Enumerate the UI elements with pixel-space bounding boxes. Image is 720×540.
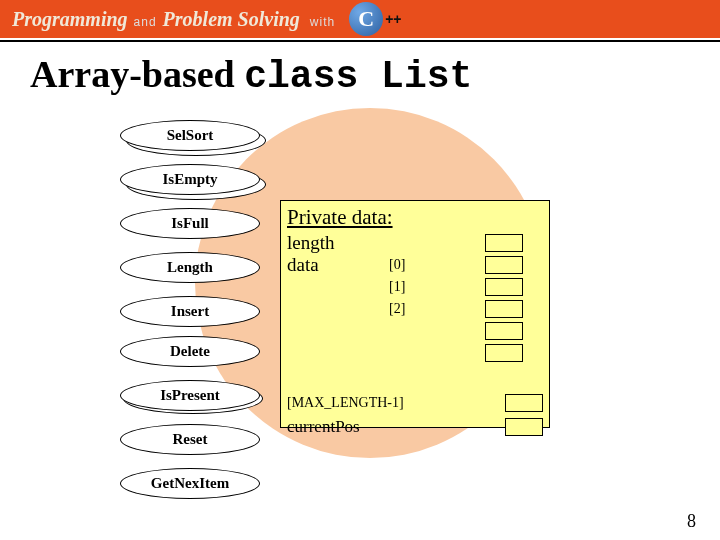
private-data-label: data xyxy=(287,254,365,276)
gap xyxy=(281,364,549,392)
private-data-row-0: data [0] xyxy=(281,254,549,276)
private-data-row-4 xyxy=(281,342,549,364)
slide-title: Array-based class List xyxy=(0,42,720,98)
private-heading: Private data: xyxy=(281,201,549,232)
data-cell-2 xyxy=(485,300,523,318)
private-data-row-1: [1] xyxy=(281,276,549,298)
private-max-label: [MAX_LENGTH-1] xyxy=(287,395,477,411)
cpp-plus: ++ xyxy=(385,11,401,27)
cpp-c-icon: C xyxy=(349,2,383,36)
method-label: Delete xyxy=(120,336,260,367)
data-cell-3 xyxy=(485,322,523,340)
private-max-row: [MAX_LENGTH-1] xyxy=(281,392,549,414)
method-ispresent: IsPresent xyxy=(120,380,270,420)
data-cell-4 xyxy=(485,344,523,362)
method-isfull: IsFull xyxy=(120,208,270,248)
title-prefix: Array-based xyxy=(30,53,244,95)
page-number: 8 xyxy=(687,511,696,532)
data-index-0: [0] xyxy=(365,257,485,273)
diagram-stage: Private data: length data [0] [1] [2] xyxy=(0,108,720,508)
length-cell xyxy=(485,234,523,252)
private-currentpos-label: currentPos xyxy=(287,417,477,437)
header-bar: Programming and Problem Solving with C +… xyxy=(0,0,720,38)
method-label: Reset xyxy=(120,424,260,455)
method-insert: Insert xyxy=(120,296,270,332)
private-data-box: Private data: length data [0] [1] [2] xyxy=(280,200,550,428)
header-with: with xyxy=(310,15,335,29)
private-data-row-3 xyxy=(281,320,549,342)
data-index-2: [2] xyxy=(365,301,485,317)
title-mono: class List xyxy=(244,55,472,98)
method-label: Length xyxy=(120,252,260,283)
method-label: SelSort xyxy=(120,120,260,151)
header-and: and xyxy=(134,15,157,29)
method-length: Length xyxy=(120,252,270,292)
method-selsort: SelSort xyxy=(120,120,270,160)
private-length-row: length xyxy=(281,232,549,254)
method-label: IsFull xyxy=(120,208,260,239)
private-currentpos-row: currentPos xyxy=(281,416,549,438)
method-delete: Delete xyxy=(120,336,270,376)
method-label: Insert xyxy=(120,296,260,327)
cpp-logo: C ++ xyxy=(349,2,401,36)
header-problem-solving: Problem Solving xyxy=(163,8,300,31)
method-getnexitem: GetNexItem xyxy=(120,468,270,508)
data-cell-max xyxy=(505,394,543,412)
header-text: Programming and Problem Solving with C +… xyxy=(0,2,402,36)
method-label: GetNexItem xyxy=(120,468,260,499)
method-isempty: IsEmpty xyxy=(120,164,270,204)
currentpos-cell xyxy=(505,418,543,436)
private-data-row-2: [2] xyxy=(281,298,549,320)
header-programming: Programming xyxy=(12,8,128,31)
data-index-1: [1] xyxy=(365,279,485,295)
private-length-label: length xyxy=(287,232,365,254)
method-label: IsPresent xyxy=(120,380,260,411)
method-label: IsEmpty xyxy=(120,164,260,195)
method-reset: Reset xyxy=(120,424,270,464)
data-cell-1 xyxy=(485,278,523,296)
method-column: SelSort IsEmpty IsFull Length Insert Del… xyxy=(120,120,270,512)
data-cell-0 xyxy=(485,256,523,274)
